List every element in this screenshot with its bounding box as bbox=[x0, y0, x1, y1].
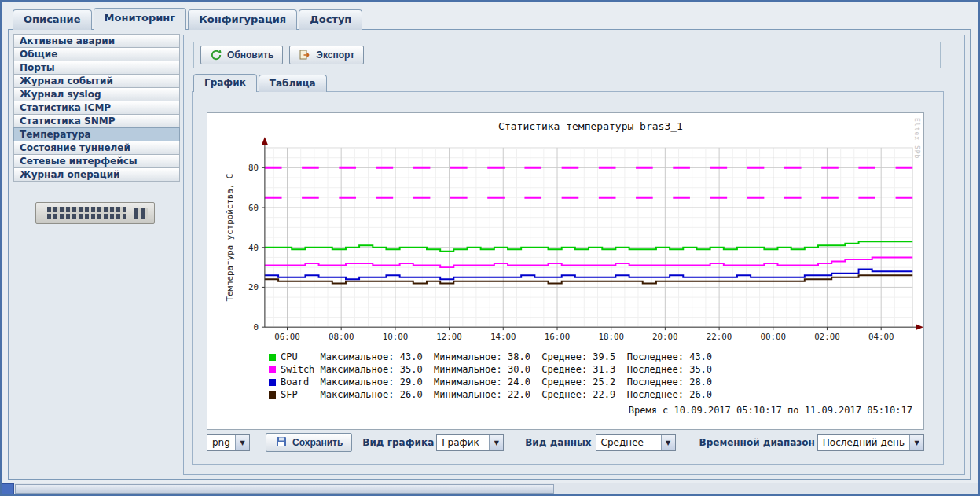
sidebar-item-syslog[interactable]: Журнал syslog bbox=[13, 87, 180, 101]
monitoring-panel: Активные аварии Общие Порты Журнал событ… bbox=[8, 29, 971, 480]
sidebar-item-snmp-stats[interactable]: Статистика SNMP bbox=[13, 114, 180, 128]
time-range-combo[interactable]: Последний день ▼ bbox=[817, 434, 924, 451]
scrollbar-corner bbox=[2, 483, 14, 494]
sidebar-item-net-interfaces[interactable]: Сетевые интерфейсы bbox=[13, 154, 180, 168]
svg-text:80: 80 bbox=[248, 163, 259, 173]
svg-text:08:00: 08:00 bbox=[329, 332, 354, 342]
export-button[interactable]: Экспорт bbox=[289, 46, 364, 64]
temperature-chart: Статистика температуры bras3_1 020406080… bbox=[207, 112, 924, 430]
svg-text:20: 20 bbox=[248, 282, 259, 292]
legend-text: Switch Максимальное: 35.0 Минимальное: 3… bbox=[281, 364, 712, 375]
svg-text:10:00: 10:00 bbox=[383, 332, 409, 342]
legend-row: Board Максимальное: 29.0 Минимальное: 24… bbox=[269, 376, 923, 388]
svg-text:12:00: 12:00 bbox=[436, 332, 462, 342]
chevron-down-icon[interactable]: ▼ bbox=[235, 435, 249, 450]
toolbar: Обновить Экспорт bbox=[193, 42, 941, 68]
view-kind-combo-value: График bbox=[437, 437, 489, 448]
legend-row: CPU Максимальное: 43.0 Минимальное: 38.0… bbox=[269, 351, 923, 363]
svg-text:22:00: 22:00 bbox=[707, 332, 732, 342]
svg-text:16:00: 16:00 bbox=[545, 332, 571, 342]
chevron-down-icon[interactable]: ▼ bbox=[909, 435, 923, 450]
svg-text:04:00: 04:00 bbox=[868, 332, 894, 342]
view-kind-label: Вид графика bbox=[362, 437, 434, 448]
format-combo-value: png bbox=[207, 437, 235, 448]
svg-text:Температура устройства, C: Температура устройства, C bbox=[225, 174, 235, 302]
legend-color-swatch bbox=[269, 354, 276, 361]
legend-row: Switch Максимальное: 35.0 Минимальное: 3… bbox=[269, 363, 923, 376]
svg-text:02:00: 02:00 bbox=[814, 332, 840, 342]
svg-text:14:00: 14:00 bbox=[490, 332, 516, 342]
device-uplink-ports-icon bbox=[134, 208, 148, 219]
svg-text:20:00: 20:00 bbox=[652, 332, 678, 342]
chart-watermark: Eltex SPb bbox=[913, 118, 920, 159]
svg-text:06:00: 06:00 bbox=[274, 332, 300, 342]
tab-monitoring[interactable]: Мониторинг bbox=[94, 8, 187, 30]
export-icon bbox=[299, 49, 311, 61]
sidebar-item-ports[interactable]: Порты bbox=[13, 61, 180, 75]
tab-table[interactable]: Таблица bbox=[259, 75, 327, 92]
svg-text:60: 60 bbox=[248, 203, 259, 213]
export-button-label: Экспорт bbox=[316, 50, 354, 61]
chart-legend: CPU Максимальное: 43.0 Минимальное: 38.0… bbox=[269, 351, 923, 401]
save-button-label: Сохранить bbox=[292, 437, 343, 448]
svg-text:18:00: 18:00 bbox=[598, 332, 624, 342]
legend-text: CPU Максимальное: 43.0 Минимальное: 38.0… bbox=[281, 351, 712, 362]
chart-time-range: Время с 10.09.2017 05:10:17 по 11.09.201… bbox=[207, 405, 912, 416]
device-ports-icon bbox=[47, 207, 126, 219]
device-image bbox=[35, 202, 155, 224]
save-button[interactable]: Сохранить bbox=[266, 433, 352, 452]
sidebar-item-active-alarms[interactable]: Активные аварии bbox=[13, 34, 180, 48]
save-icon bbox=[275, 436, 288, 449]
sidebar-item-operations-log[interactable]: Журнал операций bbox=[13, 167, 180, 182]
legend-color-swatch bbox=[269, 391, 276, 399]
chevron-down-icon[interactable]: ▼ bbox=[489, 435, 503, 450]
svg-text:00:00: 00:00 bbox=[760, 332, 786, 342]
data-kind-combo[interactable]: Среднее ▼ bbox=[596, 434, 676, 451]
refresh-icon bbox=[210, 49, 222, 61]
view-kind-combo[interactable]: График ▼ bbox=[436, 434, 504, 451]
sidebar-item-event-log[interactable]: Журнал событий bbox=[13, 74, 180, 88]
sidebar-item-tunnels[interactable]: Состояние туннелей bbox=[13, 141, 180, 155]
chart-tab-bar: График Таблица bbox=[193, 74, 327, 92]
data-kind-combo-value: Среднее bbox=[596, 437, 661, 448]
svg-text:40: 40 bbox=[248, 243, 259, 253]
tab-description[interactable]: Описание bbox=[13, 9, 92, 30]
tab-access[interactable]: Доступ bbox=[299, 9, 362, 30]
refresh-button-label: Обновить bbox=[227, 50, 273, 61]
legend-color-swatch bbox=[269, 379, 276, 386]
chart-plot-area: 02040608006:0008:0010:0012:0014:0016:001… bbox=[207, 134, 923, 347]
time-range-label: Временной диапазон bbox=[699, 437, 815, 448]
legend-row: SFP Максимальное: 26.0 Минимальное: 22.0… bbox=[269, 388, 923, 401]
tab-configuration[interactable]: Конфигурация bbox=[188, 9, 297, 30]
horizontal-scrollbar[interactable] bbox=[2, 483, 978, 494]
sidebar-item-icmp-stats[interactable]: Статистика ICMP bbox=[13, 101, 180, 115]
sidebar-item-temperature[interactable]: Температура bbox=[13, 127, 180, 141]
main-content: Обновить Экспорт График Таблица Статисти… bbox=[183, 35, 965, 475]
data-kind-label: Вид данных bbox=[525, 437, 591, 448]
format-combo[interactable]: png ▼ bbox=[207, 434, 250, 451]
main-tab-bar: Описание Мониторинг Конфигурация Доступ bbox=[13, 8, 362, 30]
legend-text: Board Максимальное: 29.0 Минимальное: 24… bbox=[281, 377, 712, 388]
time-range-combo-value: Последний день bbox=[818, 437, 909, 448]
sidebar-item-general[interactable]: Общие bbox=[13, 47, 180, 61]
refresh-button[interactable]: Обновить bbox=[200, 46, 283, 64]
chart-panel: Статистика температуры bras3_1 020406080… bbox=[192, 91, 944, 465]
tab-graph[interactable]: График bbox=[193, 74, 257, 92]
chevron-down-icon[interactable]: ▼ bbox=[661, 435, 675, 450]
app-window: Описание Мониторинг Конфигурация Доступ … bbox=[0, 0, 980, 496]
legend-text: SFP Максимальное: 26.0 Минимальное: 22.0… bbox=[281, 389, 712, 400]
scrollbar-thumb[interactable] bbox=[15, 484, 554, 494]
svg-text:0: 0 bbox=[254, 322, 259, 333]
sidebar: Активные аварии Общие Порты Журнал событ… bbox=[13, 35, 180, 475]
chart-footer-controls: png ▼ Сохранить Вид графика График ▼ bbox=[207, 432, 924, 453]
chart-title: Статистика температуры bras3_1 bbox=[207, 120, 923, 132]
legend-color-swatch bbox=[269, 366, 276, 373]
